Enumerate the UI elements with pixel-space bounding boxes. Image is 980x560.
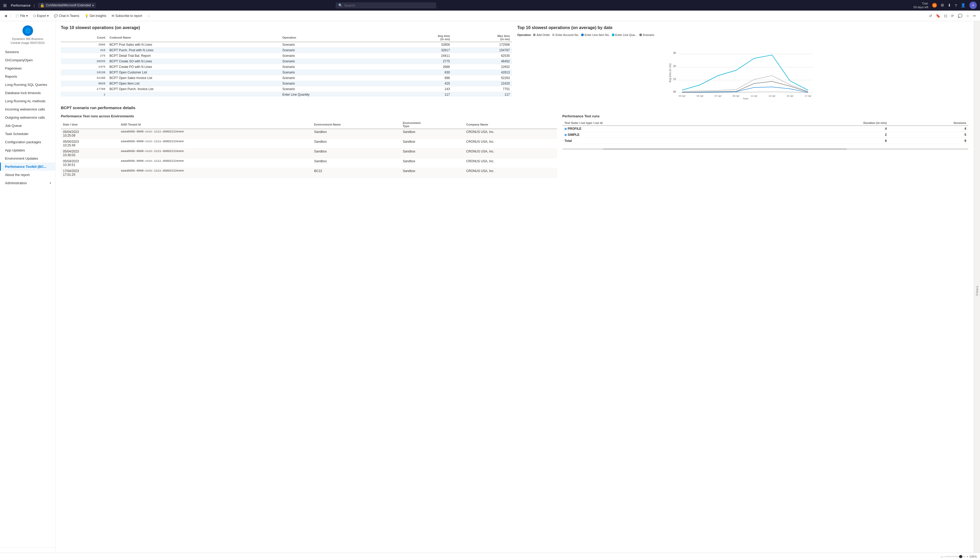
- filter-tab[interactable]: Filters: [974, 21, 980, 560]
- comment-icon[interactable]: 💭: [957, 13, 963, 19]
- sidebar-item-env-updates[interactable]: Environment Updates: [0, 154, 55, 163]
- table-row[interactable]: 1475 BCPT Create PO with N Lines Scenari…: [61, 64, 512, 70]
- subscribe-button[interactable]: ✉ Subscribe to report: [109, 13, 144, 19]
- cell-max: 117: [452, 92, 512, 97]
- zoom-slider[interactable]: [944, 556, 965, 557]
- table-row[interactable]: 8820 BCPT Open Item List Scenario 425 22…: [61, 81, 512, 87]
- expand-icon[interactable]: ⊞: [564, 127, 567, 130]
- help-icon[interactable]: ?: [955, 3, 957, 8]
- list-item[interactable]: ⊞SIMPLE 2 5: [562, 132, 968, 138]
- cell-count: 416: [61, 48, 107, 53]
- slowest-ops-title: Top 10 slowest operations (on average): [61, 25, 512, 30]
- search-bar[interactable]: 🔍: [336, 2, 436, 8]
- expand-icon[interactable]: ⊞: [564, 133, 567, 137]
- sidebar-item-about[interactable]: About the report: [0, 171, 55, 179]
- list-item[interactable]: 05/04/2023 10:30:03 aaaabbbb-0000-cccc-1…: [61, 148, 557, 158]
- refresh-icon[interactable]: ↺: [928, 13, 933, 19]
- cell-sessions: 4: [889, 126, 968, 132]
- sidebar-item-pageviews[interactable]: Pageviews: [0, 64, 55, 72]
- notification-badge[interactable]: 16: [932, 3, 937, 8]
- y-axis-label: Avg time (in ms): [669, 63, 671, 82]
- export-chevron: ▾: [47, 14, 48, 18]
- view-icon[interactable]: ⊡: [943, 13, 948, 19]
- scrollbar-thumb: [603, 148, 847, 150]
- cell-avg: 830: [393, 70, 452, 75]
- legend-add-order-dot: [533, 33, 536, 36]
- y-label-2k: 2K: [673, 65, 676, 68]
- sidebar-item-performance-toolkit[interactable]: Perfomance Toolkit (BC...: [0, 163, 55, 171]
- tenant-badge[interactable]: 🔒 Confidential\Microsoft Extended ▾: [38, 3, 96, 8]
- list-item[interactable]: ⊞PROFILE 4 4: [562, 126, 968, 132]
- y-label-0k: 0K: [673, 90, 676, 93]
- list-item[interactable]: 05/04/2023 10:25:49 aaaabbbb-0000-cccc-1…: [61, 139, 557, 148]
- list-item[interactable]: 05/04/2023 10:30:51 aaaabbbb-0000-cccc-1…: [61, 158, 557, 168]
- col-operation: Operation: [280, 33, 393, 42]
- get-insights-button[interactable]: 💡 Get insights: [82, 13, 109, 19]
- cell-company: CRONUS USA, Inc.: [464, 139, 557, 148]
- star-icon[interactable]: ☆: [965, 13, 970, 19]
- sidebar-item-outgoing-ws[interactable]: Outgoing webservice calls: [0, 113, 55, 122]
- table-row[interactable]: 416 BCPT Purch. Post with N Lines Scenar…: [61, 48, 512, 53]
- sidebar-item-reports[interactable]: Reports: [0, 72, 55, 81]
- table-row[interactable]: 2696 BCPT Post Sales with N Lines Scenar…: [61, 42, 512, 48]
- sidebar-item-job-queue[interactable]: Job Queue: [0, 122, 55, 130]
- file-chevron: ▾: [26, 14, 28, 18]
- waffle-icon[interactable]: ⊞: [3, 3, 7, 8]
- horizontal-scrollbar[interactable]: [562, 148, 968, 150]
- export-button[interactable]: ⬡ Export ▾: [31, 13, 51, 19]
- table-row[interactable]: 31100 BCPT Open Sales Invoice List Scena…: [61, 75, 512, 81]
- legend-scenario: Scenario: [639, 33, 654, 37]
- cell-sessions: 5: [889, 132, 968, 138]
- sidebar-item-long-running-sql[interactable]: Long Running SQL Queries: [0, 81, 55, 89]
- sidebar-item-long-running-al[interactable]: Long Running AL methods: [0, 97, 55, 105]
- sidebar-item-oncompanyopen[interactable]: OnCompanyOpen: [0, 56, 55, 64]
- cell-company: CRONUS USA, Inc.: [464, 158, 557, 168]
- download-icon[interactable]: ⬇: [948, 3, 951, 8]
- table-row[interactable]: 275 BCPT Detail Trial Bal. Report Scenar…: [61, 53, 512, 59]
- avatar[interactable]: A: [970, 2, 977, 9]
- table-row[interactable]: 16138 BCPT Open Customer List Scenario 8…: [61, 70, 512, 75]
- sidebar-collapse-btn[interactable]: ◀: [3, 13, 8, 19]
- list-item[interactable]: 17/04/2023 17:01:25 aaaabbbb-0000-cccc-1…: [61, 168, 557, 178]
- sidebar-item-sessions[interactable]: Sessions: [0, 48, 55, 56]
- sidebar-item-config-packages[interactable]: Configuration packages: [0, 138, 55, 146]
- x-axis-label: Date: [743, 98, 749, 99]
- settings-icon[interactable]: ⚙: [941, 3, 944, 8]
- edit-icon[interactable]: ✏: [972, 13, 977, 19]
- cell-duration: 6: [760, 138, 889, 144]
- bookmark-icon[interactable]: 🔖: [935, 13, 942, 19]
- add-order-line: [682, 82, 808, 92]
- sidebar-item-administration[interactable]: Administration ▾: [0, 179, 55, 187]
- cell-avg: 32617: [393, 48, 452, 53]
- sidebar-item-task-scheduler[interactable]: Task Scheduler: [0, 130, 55, 138]
- file-button[interactable]: 📄 File ▾: [13, 13, 30, 19]
- table-row[interactable]: 20255 BCPT Create SO with N Lines Scenar…: [61, 59, 512, 64]
- cell-count: 16138: [61, 70, 107, 75]
- list-item[interactable]: 05/04/2023 10:25:09 aaaabbbb-0000-cccc-1…: [61, 129, 557, 139]
- sidebar-item-incoming-ws[interactable]: Incoming webservice calls: [0, 105, 55, 113]
- perf-runs-table: Date / time AAD Tenant Id Environment Na…: [61, 120, 557, 178]
- reload-icon[interactable]: ⟳: [950, 13, 955, 19]
- x-label-07apr: 07 Apr: [714, 95, 721, 97]
- zoom-decrease-icon[interactable]: —: [940, 555, 943, 558]
- cell-count: 8820: [61, 81, 107, 87]
- sidebar-item-db-lock[interactable]: Database lock timeouts: [0, 89, 55, 97]
- cell-max: 22425: [452, 81, 512, 87]
- chat-in-teams-button[interactable]: 💬 Chat in Teams: [52, 13, 81, 19]
- zoom-increase-icon[interactable]: +: [967, 555, 968, 558]
- table-row[interactable]: 1 Enter Line Quantity 117 117: [61, 92, 512, 97]
- account-icon[interactable]: 👤: [961, 3, 966, 8]
- cell-suite: Total: [562, 138, 760, 144]
- search-input[interactable]: [344, 3, 433, 7]
- tenant-chevron[interactable]: ▾: [92, 4, 94, 7]
- cell-codeunit: BCPT Create PO with N Lines: [107, 64, 280, 70]
- cell-env-name: Sandbox: [312, 139, 401, 148]
- more-button[interactable]: ···: [145, 13, 152, 19]
- sidebar-item-app-updates[interactable]: App Updates: [0, 146, 55, 154]
- trial-badge: Trial: 59 days left: [913, 2, 928, 9]
- table-row[interactable]: 17788 BCPT Open Purch. Invoice List Scen…: [61, 87, 512, 92]
- list-item[interactable]: Total 6 9: [562, 138, 968, 144]
- perf-runs-table-wrapper[interactable]: Date / time AAD Tenant Id Environment Na…: [61, 120, 557, 178]
- cell-env-name: Sandbox: [312, 158, 401, 168]
- slowest-ops-table-wrapper[interactable]: Count Codeunit Name Operation Avg time(i…: [61, 33, 512, 97]
